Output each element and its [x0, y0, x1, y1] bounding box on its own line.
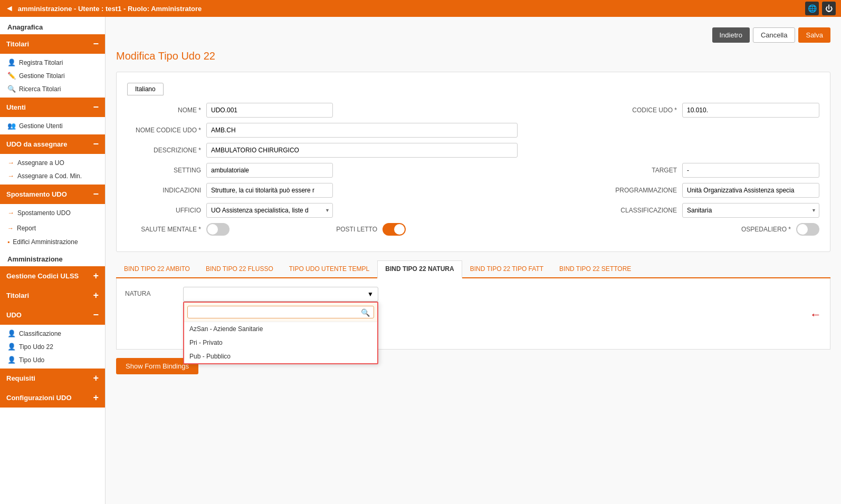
- sidebar-item-assegnare-cod[interactable]: → Assegnare a Cod. Min.: [0, 169, 105, 182]
- sidebar-group-spostamento[interactable]: Spostamento UDO −: [0, 185, 105, 204]
- sidebar-item-classificazione[interactable]: 👤 Classificazione: [0, 327, 105, 340]
- form-card: Italiano NOME * CODICE UDO * NOME CODICE…: [116, 72, 830, 252]
- tab-bind-natura[interactable]: BIND TIPO 22 NATURA: [377, 260, 462, 278]
- sidebar-utenti-items: 👥 Gestione Utenti: [0, 117, 105, 134]
- natura-search-container: 🔍: [184, 303, 377, 322]
- ospedaliero-toggle[interactable]: [796, 223, 819, 236]
- expand-configurazioni-icon: +: [93, 392, 99, 403]
- indicazioni-input[interactable]: [206, 183, 333, 198]
- sidebar-item-assegnare-uo[interactable]: → Assegnare a UO: [0, 156, 105, 169]
- edifici-icon: ▪: [7, 238, 9, 246]
- sidebar-item-label: Assegnare a UO: [17, 159, 64, 167]
- sidebar-group-utenti[interactable]: Utenti −: [0, 98, 105, 117]
- tabs-strip: BIND TIPO 22 AMBITO BIND TIPO 22 FLUSSO …: [116, 260, 830, 278]
- sidebar-item-registra-titolari[interactable]: 👤 Registra Titolari: [0, 56, 105, 69]
- sidebar-item-label: Spostamento UDO: [17, 209, 71, 217]
- natura-dropdown-wrapper: ▼ 🔍 AzSan - Aziende Sanit: [183, 287, 378, 302]
- tab-tipo-udo-utente[interactable]: TIPO UDO UTENTE TEMPL: [281, 260, 377, 277]
- tab-bind-settore[interactable]: BIND TIPO 22 SETTORE: [551, 260, 639, 277]
- sidebar-item-tipo-udo-22[interactable]: 👤 Tipo Udo 22: [0, 340, 105, 353]
- natura-option-pub[interactable]: Pub - Pubblico: [184, 350, 377, 363]
- natura-search-magnifier-icon: 🔍: [361, 308, 370, 317]
- form-row-indicazioni: INDICAZIONI PROGRAMMAZIONE: [127, 183, 819, 198]
- sidebar-udo-assegnare-items: → Assegnare a UO → Assegnare a Cod. Min.: [0, 154, 105, 185]
- nome-label: NOME *: [127, 106, 201, 114]
- target-label: TARGET: [603, 167, 677, 174]
- ufficio-select[interactable]: UO Assistenza specialistica, liste d: [206, 203, 333, 218]
- natura-option-pri[interactable]: Pri - Privato: [184, 336, 377, 350]
- page-toolbar: Indietro Cancella Salva: [116, 27, 830, 43]
- form-row-ufficio: UFFICIO UO Assistenza specialistica, lis…: [127, 203, 819, 218]
- nome-codice-udo-input[interactable]: [206, 123, 518, 138]
- descrizione-label: DESCRIZIONE *: [127, 147, 201, 154]
- sidebar-item-gestione-utenti[interactable]: 👥 Gestione Utenti: [0, 119, 105, 132]
- globe-button[interactable]: 🌐: [805, 2, 819, 15]
- natura-dropdown-button[interactable]: ▼: [183, 287, 378, 302]
- power-button[interactable]: ⏻: [822, 2, 836, 15]
- sidebar-group-requisiti[interactable]: Requisiti +: [0, 369, 105, 388]
- person-icon: 👤: [7, 329, 16, 337]
- sidebar-group-configurazioni[interactable]: Configurazioni UDO +: [0, 388, 105, 408]
- sidebar-item-label: Tipo Udo: [19, 356, 44, 364]
- sidebar-group-udo-assegnare-label: UDO da assegnare: [6, 140, 68, 148]
- sidebar-udo-items: 👤 Classificazione 👤 Tipo Udo 22 👤 Tipo U…: [0, 325, 105, 369]
- sidebar-item-edifici[interactable]: ▪ Edifici Amministrazione: [0, 235, 105, 249]
- arrow-icon: →: [7, 172, 14, 180]
- tab-bind-tipo-fatt[interactable]: BIND TIPO 22 TIPO FATT: [462, 260, 551, 277]
- classificazione-select[interactable]: Sanitaria: [682, 203, 819, 218]
- collapse-udo-icon: −: [93, 309, 99, 321]
- sidebar-group-titolari2[interactable]: Titolari +: [0, 286, 105, 305]
- sidebar-item-label: Assegnare a Cod. Min.: [17, 172, 82, 180]
- codice-udo-input[interactable]: [682, 103, 819, 118]
- tab-bind-ambito[interactable]: BIND TIPO 22 AMBITO: [116, 260, 198, 277]
- indietro-button[interactable]: Indietro: [712, 27, 750, 43]
- sidebar-item-report[interactable]: → Report: [0, 221, 105, 235]
- arrow-icon: →: [7, 225, 14, 232]
- posti-letto-toggle[interactable]: [383, 223, 406, 236]
- sidebar-group-udo-assegnare[interactable]: UDO da assegnare −: [0, 134, 105, 154]
- sidebar-item-spostamento-udo[interactable]: → Spostamento UDO: [0, 206, 105, 219]
- person-icon: 👤: [7, 59, 16, 66]
- layout: Anagrafica Titolari − 👤 Registra Titolar…: [0, 17, 841, 504]
- ufficio-label: UFFICIO: [127, 207, 201, 214]
- programmazione-input[interactable]: [682, 183, 819, 198]
- person-icon: 👤: [7, 356, 16, 364]
- lang-tab[interactable]: Italiano: [127, 83, 164, 95]
- sidebar-group-udo[interactable]: UDO −: [0, 305, 105, 325]
- sidebar-titolari-items: 👤 Registra Titolari ✏️ Gestione Titolari…: [0, 54, 105, 98]
- natura-option-azsan[interactable]: AzSan - Aziende Sanitarie: [184, 322, 377, 336]
- sidebar-group-configurazioni-label: Configurazioni UDO: [6, 394, 72, 402]
- natura-dropdown-arrow-icon: ▼: [367, 290, 374, 298]
- descrizione-input[interactable]: [206, 143, 518, 158]
- setting-label: SETTING: [127, 167, 201, 174]
- salva-button[interactable]: Salva: [798, 27, 830, 43]
- top-bar-icons: 🌐 ⏻: [805, 2, 836, 15]
- sidebar-item-gestione-titolari[interactable]: ✏️ Gestione Titolari: [0, 69, 105, 82]
- tab-bind-flusso[interactable]: BIND TIPO 22 FLUSSO: [198, 260, 281, 277]
- person-icon: 👤: [7, 343, 16, 351]
- top-bar: ◄ amministrazione - Utente : test1 - Ruo…: [0, 0, 841, 17]
- sidebar-item-tipo-udo[interactable]: 👤 Tipo Udo: [0, 353, 105, 366]
- sidebar-group-titolari[interactable]: Titolari −: [0, 34, 105, 54]
- sidebar-item-label: Tipo Udo 22: [19, 343, 53, 351]
- sidebar-group-utenti-label: Utenti: [6, 103, 26, 111]
- sidebar-spostamento-items: → Spostamento UDO: [0, 204, 105, 221]
- sidebar-group-gestione-codici[interactable]: Gestione Codici ULSS +: [0, 266, 105, 286]
- form-row-nome-codice: NOME CODICE UDO *: [127, 123, 819, 138]
- salute-mentale-toggle[interactable]: [206, 223, 230, 236]
- classificazione-label: CLASSIFICAZIONE: [603, 207, 677, 214]
- sidebar-item-label: Ricerca Titolari: [19, 85, 61, 93]
- natura-search-input[interactable]: [187, 306, 374, 318]
- cancella-button[interactable]: Cancella: [753, 27, 796, 43]
- sidebar-item-ricerca-titolari[interactable]: 🔍 Ricerca Titolari: [0, 82, 105, 95]
- setting-input[interactable]: [206, 163, 333, 178]
- page-title: Modifica Tipo Udo 22: [116, 50, 830, 62]
- collapse-spostamento-icon: −: [93, 189, 99, 200]
- main-content: Indietro Cancella Salva Modifica Tipo Ud…: [106, 17, 841, 504]
- sidebar-item-label: Gestione Titolari: [19, 72, 65, 80]
- salute-mentale-label: SALUTE MENTALE *: [127, 226, 201, 233]
- target-input[interactable]: [682, 163, 819, 178]
- natura-header-row: NATURA ▼ 🔍: [125, 287, 807, 302]
- nome-input[interactable]: [206, 103, 333, 118]
- natura-dropdown-menu: 🔍 AzSan - Aziende Sanitarie Pri - Privat…: [183, 302, 378, 364]
